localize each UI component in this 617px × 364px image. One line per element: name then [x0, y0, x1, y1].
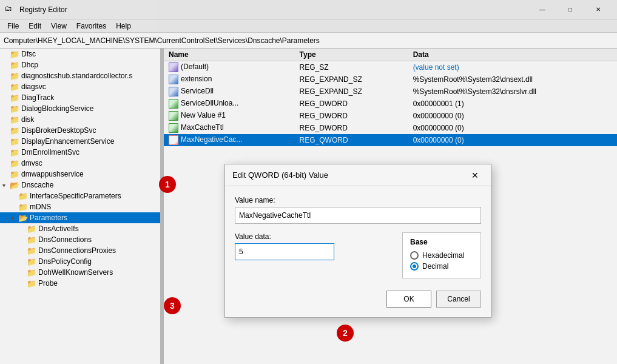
- value-data-group: Value data:: [235, 232, 393, 260]
- dialog-body: Value name: Value data: Base Hexadecimal…: [225, 186, 491, 317]
- decimal-option[interactable]: Decimal: [410, 262, 473, 271]
- dialog-data-row: Value data: Base Hexadecimal Decimal: [235, 232, 481, 278]
- dec-radio[interactable]: [410, 262, 419, 271]
- value-data-label: Value data:: [235, 232, 393, 241]
- hex-radio[interactable]: [410, 251, 419, 260]
- value-name-input[interactable]: [235, 207, 481, 224]
- base-group-title: Base: [410, 238, 473, 246]
- cancel-button[interactable]: Cancel: [436, 291, 481, 308]
- dialog-buttons: OK Cancel: [235, 291, 481, 308]
- dialog-title: Edit QWORD (64-bit) Value: [232, 170, 467, 180]
- edit-qword-dialog: Edit QWORD (64-bit) Value ✕ Value name: …: [224, 164, 491, 318]
- hexadecimal-option[interactable]: Hexadecimal: [410, 251, 473, 260]
- dec-label: Decimal: [422, 262, 448, 271]
- dialog-close-button[interactable]: ✕: [467, 167, 484, 184]
- ok-button[interactable]: OK: [386, 291, 431, 308]
- value-data-input[interactable]: [235, 243, 334, 260]
- base-group: Base Hexadecimal Decimal: [402, 232, 481, 278]
- dialog-title-bar: Edit QWORD (64-bit) Value ✕: [225, 164, 491, 186]
- hex-label: Hexadecimal: [422, 251, 464, 260]
- value-name-label: Value name:: [235, 196, 481, 204]
